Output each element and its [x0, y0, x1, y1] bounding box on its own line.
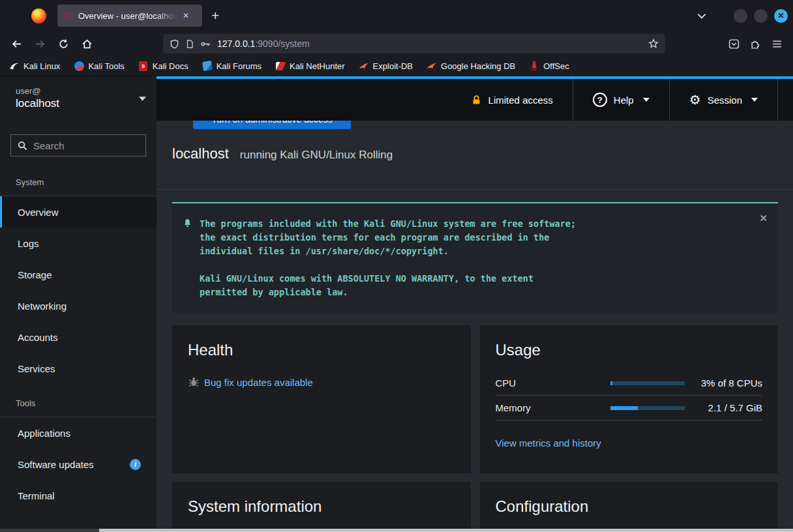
os-description: running Kali GNU/Linux Rolling: [240, 149, 393, 162]
site-favicon-icon: [63, 10, 73, 21]
maximize-button[interactable]: [754, 9, 768, 23]
help-menu-button[interactable]: ? Help: [573, 79, 669, 121]
sidebar-item-logs[interactable]: Logs: [0, 228, 157, 259]
search-icon: [18, 141, 27, 151]
sidebar-item-software-updates[interactable]: Software updates i: [0, 449, 157, 480]
new-tab-button[interactable]: +: [211, 8, 219, 23]
admin-access-button-clipped: Turn on administrative access: [193, 121, 351, 129]
kali-tools-icon: [74, 61, 84, 71]
bug-icon: [188, 376, 200, 388]
bookmark-star-icon[interactable]: [648, 38, 659, 49]
kali-forums-icon: [202, 61, 213, 71]
help-caret-icon: [643, 98, 650, 102]
system-information-title: System information: [188, 497, 455, 516]
permissions-key-icon[interactable]: [200, 39, 211, 49]
session-caret-icon: [751, 98, 758, 102]
motd-text: The programs included with the Kali GNU/…: [200, 217, 752, 299]
bell-icon: [183, 218, 192, 228]
sidebar-item-terminal[interactable]: Terminal: [0, 480, 157, 511]
shield-icon[interactable]: [170, 39, 179, 49]
bookmark-kali-linux[interactable]: Kali Linux: [9, 61, 60, 71]
page-title-hostname: localhost: [172, 145, 229, 162]
google-hacking-db-bird-icon: [426, 61, 437, 71]
nav-section-tools: Tools: [0, 384, 157, 417]
browser-titlebar: Overview - user@localhost ✕ + ✕: [0, 0, 793, 31]
bookmark-google-hacking-db[interactable]: Google Hacking DB: [426, 61, 515, 71]
help-question-icon: ?: [593, 93, 607, 107]
page-info-icon[interactable]: [185, 39, 194, 49]
bookmark-exploit-db[interactable]: Exploit-DB: [359, 61, 413, 71]
alert-close-icon[interactable]: ✕: [759, 213, 768, 224]
memory-progress-bar: [610, 406, 685, 410]
host-switcher[interactable]: user@ localhost: [0, 76, 157, 121]
health-card: Health Bug fix updates available: [172, 325, 471, 473]
offsec-icon: [529, 61, 539, 71]
kali-nethunter-icon: [275, 61, 286, 71]
menu-hamburger-icon[interactable]: [771, 38, 783, 50]
view-metrics-link[interactable]: View metrics and history: [496, 437, 601, 449]
browser-tab[interactable]: Overview - user@localhost ✕: [57, 5, 202, 27]
usage-card: Usage CPU 3% of 8 CPUs Memory 2.1 / 5.7 …: [480, 325, 779, 473]
tab-title: Overview - user@localhost: [78, 11, 177, 21]
limited-access-button[interactable]: Limited access: [451, 79, 573, 121]
sidebar-nav: System Overview Logs Storage Networking …: [0, 121, 157, 529]
bug-fix-updates-link[interactable]: Bug fix updates available: [204, 377, 313, 388]
home-icon[interactable]: [77, 34, 97, 53]
horizontal-scrollbar[interactable]: [0, 529, 793, 532]
configuration-title: Configuration: [496, 497, 763, 516]
extensions-puzzle-icon[interactable]: [750, 38, 761, 50]
masthead-hostname: localhost: [16, 96, 59, 111]
url-bar[interactable]: 127.0.0.1:9090/system: [163, 34, 665, 53]
cpu-progress-bar: [610, 381, 685, 385]
usage-card-title: Usage: [496, 341, 763, 359]
pocket-icon[interactable]: [728, 38, 740, 50]
info-badge-icon: i: [130, 459, 141, 470]
bookmark-offsec[interactable]: OffSec: [529, 61, 569, 71]
memory-usage-row: Memory 2.1 / 5.7 GiB: [496, 396, 763, 421]
sidebar-item-services[interactable]: Services: [0, 353, 157, 384]
tab-close-icon[interactable]: ✕: [183, 12, 189, 20]
reload-icon[interactable]: [53, 34, 73, 53]
nav-section-system: System: [0, 163, 157, 196]
bookmark-kali-tools[interactable]: Kali Tools: [74, 61, 124, 71]
back-icon[interactable]: [7, 34, 26, 53]
list-tabs-chevron-icon[interactable]: [696, 10, 708, 22]
forward-icon[interactable]: [30, 34, 50, 53]
bookmark-kali-docs[interactable]: s Kali Docs: [138, 61, 188, 71]
sidebar-item-overview[interactable]: Overview: [0, 196, 157, 228]
url-text[interactable]: 127.0.0.1:9090/system: [217, 38, 642, 49]
memory-label: Memory: [496, 402, 610, 413]
overview-page: Turn on administrative access localhost …: [157, 121, 793, 529]
cpu-label: CPU: [496, 377, 610, 389]
turn-on-admin-access-button[interactable]: Turn on administrative access: [193, 121, 351, 129]
bookmark-kali-forums[interactable]: Kali Forums: [202, 61, 262, 71]
close-window-button[interactable]: ✕: [774, 9, 788, 23]
browser-toolbar: 127.0.0.1:9090/system: [0, 31, 793, 56]
bookmarks-bar: Kali Linux Kali Tools s Kali Docs Kali F…: [0, 56, 793, 76]
firefox-logo-icon: [31, 8, 46, 23]
cpu-value: 3% of 8 CPUs: [685, 377, 763, 389]
host-switcher-caret-icon: [139, 96, 146, 101]
cpu-usage-row: CPU 3% of 8 CPUs: [496, 371, 763, 396]
minimize-button[interactable]: [734, 9, 747, 23]
sidebar-item-accounts[interactable]: Accounts: [0, 321, 157, 353]
sidebar-item-storage[interactable]: Storage: [0, 259, 157, 290]
sidebar-item-applications[interactable]: Applications: [0, 417, 157, 449]
exploit-db-bird-icon: [359, 61, 369, 71]
session-menu-button[interactable]: ⚙ Session: [669, 79, 777, 121]
scrollbar-track[interactable]: [99, 529, 793, 532]
configuration-card: Configuration: [480, 482, 779, 529]
window-controls: ✕: [734, 9, 788, 23]
scrollbar-thumb[interactable]: [0, 529, 99, 532]
kali-docs-icon: s: [138, 61, 149, 71]
memory-value: 2.1 / 5.7 GiB: [685, 402, 763, 413]
bookmark-kali-nethunter[interactable]: Kali NetHunter: [275, 61, 345, 71]
lock-icon: [471, 95, 482, 106]
masthead-username: user@: [16, 85, 59, 97]
search-input[interactable]: [33, 140, 139, 151]
health-card-title: Health: [188, 341, 455, 359]
sidebar-search[interactable]: [10, 134, 146, 156]
gear-icon: ⚙: [689, 93, 701, 106]
sidebar-item-networking[interactable]: Networking: [0, 290, 157, 321]
cockpit-masthead: user@ localhost Limited access ? Help: [0, 76, 793, 121]
